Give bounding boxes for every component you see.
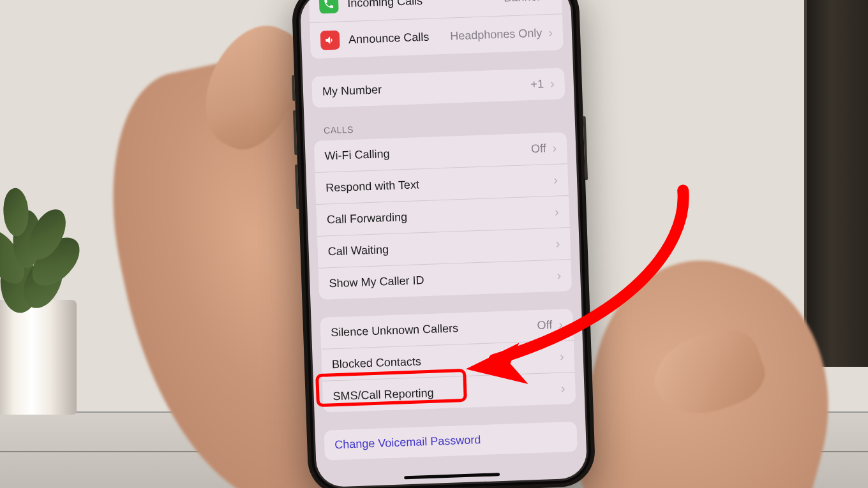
phone-icon bbox=[319, 0, 339, 14]
chevron-right-icon: › bbox=[560, 381, 565, 396]
chevron-right-icon: › bbox=[555, 237, 560, 251]
chevron-right-icon: › bbox=[553, 173, 558, 188]
iphone-device: Incoming Calls Banner › Announce Calls H… bbox=[291, 0, 596, 488]
settings-group-blocking: Silence Unknown Callers Off › Blocked Co… bbox=[320, 309, 576, 413]
succulent-plant bbox=[0, 159, 96, 415]
announce-calls-value: Headphones Only bbox=[450, 26, 542, 43]
my-number-value: +1 bbox=[530, 77, 544, 91]
phone-screen: Incoming Calls Banner › Announce Calls H… bbox=[300, 0, 588, 487]
incoming-calls-label: Incoming Calls bbox=[347, 0, 504, 10]
wifi-calling-value: Off bbox=[531, 142, 546, 156]
settings-group-notifications: Incoming Calls Banner › Announce Calls H… bbox=[309, 0, 564, 59]
settings-group-voicemail: Change Voicemail Password bbox=[324, 422, 578, 461]
row-my-number[interactable]: My Number +1 › bbox=[311, 68, 565, 108]
incoming-calls-value: Banner bbox=[504, 0, 541, 4]
chevron-right-icon: › bbox=[558, 318, 563, 332]
chevron-right-icon: › bbox=[555, 205, 559, 219]
respond-text-label: Respond with Text bbox=[326, 174, 554, 195]
chevron-right-icon: › bbox=[552, 141, 557, 156]
silent-switch bbox=[292, 75, 295, 101]
chevron-right-icon: › bbox=[560, 350, 564, 364]
silence-unknown-value: Off bbox=[537, 318, 552, 332]
picture-frame-edge bbox=[804, 0, 868, 367]
settings-group-number: My Number +1 › bbox=[311, 68, 565, 108]
announce-icon bbox=[320, 31, 340, 50]
home-indicator[interactable] bbox=[404, 473, 500, 479]
caller-id-label: Show My Caller ID bbox=[329, 269, 557, 290]
chevron-right-icon: › bbox=[557, 269, 561, 283]
call-forwarding-label: Call Forwarding bbox=[327, 205, 555, 226]
sms-reporting-label: SMS/Call Reporting bbox=[333, 382, 561, 403]
announce-calls-label: Announce Calls bbox=[348, 29, 451, 47]
chevron-right-icon: › bbox=[548, 25, 553, 40]
wifi-calling-label: Wi-Fi Calling bbox=[324, 142, 531, 163]
chevron-right-icon: › bbox=[550, 77, 555, 91]
blocked-contacts-label: Blocked Contacts bbox=[332, 350, 560, 371]
silence-unknown-label: Silence Unknown Callers bbox=[331, 319, 537, 339]
settings-group-calls: Wi-Fi Calling Off › Respond with Text › … bbox=[314, 132, 572, 300]
call-waiting-label: Call Waiting bbox=[327, 237, 556, 258]
my-number-label: My Number bbox=[322, 78, 531, 98]
row-change-voicemail[interactable]: Change Voicemail Password bbox=[324, 422, 578, 461]
chevron-right-icon: › bbox=[547, 0, 551, 4]
change-voicemail-label: Change Voicemail Password bbox=[334, 433, 481, 451]
